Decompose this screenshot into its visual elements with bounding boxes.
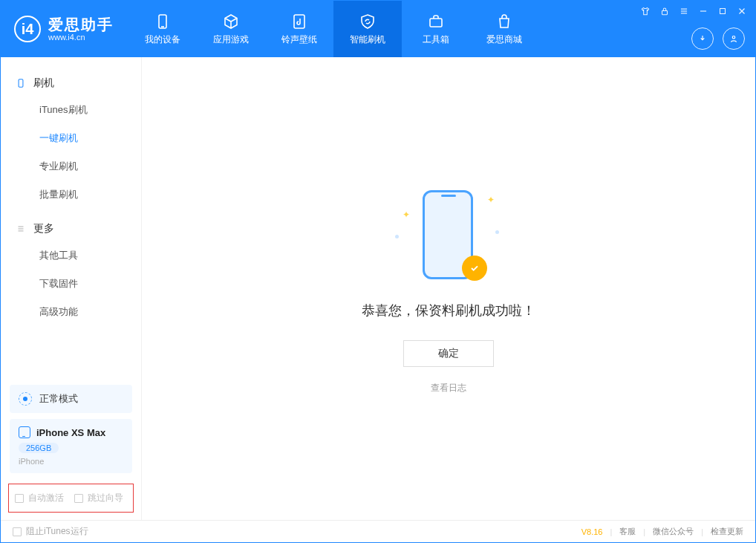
bag-icon xyxy=(495,13,513,30)
account-button[interactable] xyxy=(723,27,745,50)
app-subtitle: www.i4.cn xyxy=(48,33,114,42)
body: 刷机 iTunes刷机 一键刷机 专业刷机 批量刷机 更多 其他工具 下载固件 … xyxy=(1,57,755,520)
device-card[interactable]: iPhone XS Max 256GB iPhone xyxy=(10,419,132,473)
nav-toolbox[interactable]: 工具箱 xyxy=(402,1,470,57)
sidebar: 刷机 iTunes刷机 一键刷机 专业刷机 批量刷机 更多 其他工具 下载固件 … xyxy=(1,57,142,520)
sidebar-item-itunes-flash[interactable]: iTunes刷机 xyxy=(1,96,141,124)
mode-label: 正常模式 xyxy=(39,392,78,406)
device-type-label: iPhone xyxy=(19,457,123,466)
nav-label: 工具箱 xyxy=(423,33,449,46)
sidebar-item-firmware[interactable]: 下载固件 xyxy=(1,270,141,298)
app-title: 爱思助手 xyxy=(48,16,114,33)
nav-my-device[interactable]: 我的设备 xyxy=(128,1,197,57)
header: i4 爱思助手 www.i4.cn 我的设备 应用游戏 铃声壁纸 智能刷机 工具… xyxy=(1,1,755,57)
checkbox-skip-guide[interactable]: 跳过向导 xyxy=(74,492,123,504)
mode-icon xyxy=(19,392,32,406)
logo[interactable]: i4 爱思助手 www.i4.cn xyxy=(1,1,128,57)
success-illustration: ✦ ✦ xyxy=(389,183,508,287)
sidebar-item-pro-flash[interactable]: 专业刷机 xyxy=(1,152,141,181)
mode-indicator[interactable]: 正常模式 xyxy=(10,385,132,413)
checkbox-icon xyxy=(15,494,24,503)
sparkle-icon: ✦ xyxy=(487,195,495,205)
music-file-icon xyxy=(290,13,308,30)
maximize-icon[interactable] xyxy=(717,5,729,17)
wechat-link[interactable]: 微信公众号 xyxy=(653,526,694,537)
refresh-shield-icon xyxy=(359,13,377,30)
sidebar-item-batch-flash[interactable]: 批量刷机 xyxy=(1,181,141,209)
sidebar-item-other-tools[interactable]: 其他工具 xyxy=(1,241,141,270)
nav-flash[interactable]: 智能刷机 xyxy=(333,1,402,57)
briefcase-icon xyxy=(427,13,445,30)
checkbox-icon xyxy=(13,527,22,536)
cube-icon xyxy=(222,13,240,30)
nav-label: 应用游戏 xyxy=(213,33,249,46)
ok-button[interactable]: 确定 xyxy=(403,340,494,367)
sidebar-item-advanced[interactable]: 高级功能 xyxy=(1,298,141,326)
header-right-buttons xyxy=(691,27,745,50)
checkbox-icon xyxy=(74,494,83,503)
device-name-label: iPhone XS Max xyxy=(36,427,105,438)
nav-label: 智能刷机 xyxy=(350,33,385,46)
close-icon[interactable] xyxy=(736,5,748,17)
menu-icon[interactable] xyxy=(678,5,690,17)
svg-point-12 xyxy=(732,36,735,39)
dot-icon xyxy=(395,235,399,238)
success-message: 恭喜您，保资料刷机成功啦！ xyxy=(362,302,535,319)
options-highlight-box: 自动激活 跳过向导 xyxy=(8,484,134,513)
support-link[interactable]: 客服 xyxy=(619,526,636,537)
phone-icon xyxy=(154,13,172,30)
list-icon xyxy=(16,224,26,234)
svg-rect-3 xyxy=(430,19,442,27)
lock-icon[interactable] xyxy=(659,5,671,17)
sidebar-header-flash: 刷机 xyxy=(1,71,141,96)
tshirt-icon[interactable] xyxy=(639,5,651,17)
checkbox-block-itunes[interactable]: 阻止iTunes运行 xyxy=(13,525,88,538)
logo-icon: i4 xyxy=(14,16,41,42)
storage-badge: 256GB xyxy=(19,443,59,453)
svg-rect-13 xyxy=(19,79,23,88)
dot-icon xyxy=(495,230,499,234)
footer: 阻止iTunes运行 V8.16 | 客服 | 微信公众号 | 检查更新 xyxy=(1,520,755,542)
download-button[interactable] xyxy=(691,27,714,50)
nav-bar: 我的设备 应用游戏 铃声壁纸 智能刷机 工具箱 爱思商城 xyxy=(128,1,538,57)
version-label: V8.16 xyxy=(581,527,603,536)
nav-label: 铃声壁纸 xyxy=(281,33,317,46)
check-badge-icon xyxy=(462,256,487,281)
svg-rect-4 xyxy=(662,10,668,14)
minimize-icon[interactable] xyxy=(697,5,709,17)
update-link[interactable]: 检查更新 xyxy=(711,526,743,537)
sidebar-item-oneclick-flash[interactable]: 一键刷机 xyxy=(1,124,141,152)
svg-rect-2 xyxy=(294,15,304,28)
nav-label: 我的设备 xyxy=(145,33,180,46)
nav-ringtone[interactable]: 铃声壁纸 xyxy=(265,1,333,57)
checkbox-auto-activate[interactable]: 自动激活 xyxy=(15,492,64,504)
nav-apps[interactable]: 应用游戏 xyxy=(197,1,265,57)
nav-store[interactable]: 爱思商城 xyxy=(470,1,538,57)
svg-rect-9 xyxy=(720,9,726,14)
device-icon xyxy=(19,426,30,438)
nav-label: 爱思商城 xyxy=(486,33,522,46)
device-small-icon xyxy=(16,78,26,88)
view-log-link[interactable]: 查看日志 xyxy=(431,382,466,394)
main-content: ✦ ✦ 恭喜您，保资料刷机成功啦！ 确定 查看日志 xyxy=(142,57,755,520)
titlebar-controls xyxy=(639,5,748,17)
sidebar-header-more: 更多 xyxy=(1,216,141,241)
sparkle-icon: ✦ xyxy=(403,209,410,220)
